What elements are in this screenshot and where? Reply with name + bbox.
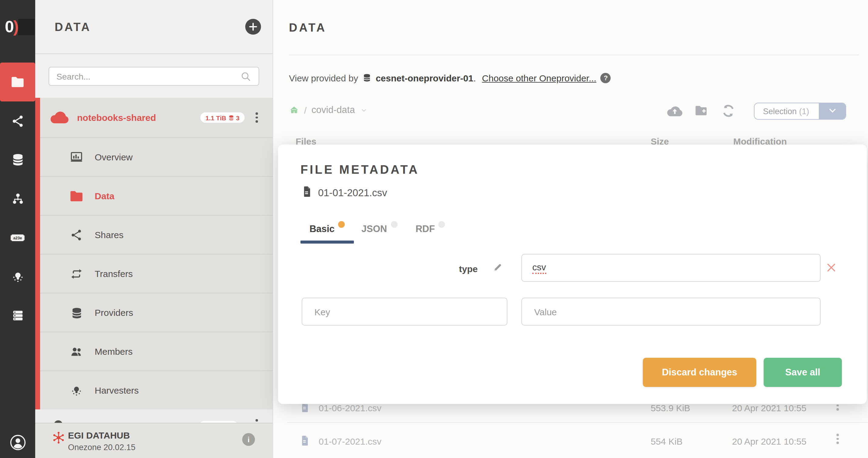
sidebar-item-harvesters[interactable]: Harvesters [35,371,273,409]
primary-nav-rail: 0) a23e [0,0,35,458]
folder-icon [10,75,25,90]
menu-label-overview: Overview [95,152,133,162]
harvester-icon [11,269,25,283]
rail-item-harvesters[interactable] [0,257,35,296]
user-avatar-icon [9,434,26,450]
rail-item-account[interactable] [0,431,35,453]
metadata-type-value: csv [532,262,546,274]
file-size: 554 KiB [651,436,683,447]
file-size: 553.9 KiB [651,403,690,413]
refresh-icon[interactable] [721,103,736,118]
add-space-button[interactable] [245,19,261,35]
breadcrumb-current-dir[interactable]: covid-data [311,105,355,115]
menu-label-members: Members [95,346,133,356]
cloud-space-icon [50,111,69,124]
space-menu-dots[interactable] [255,112,258,122]
active-space-accent-bar [35,98,40,409]
home-icon[interactable] [289,105,299,115]
selection-caret-segment[interactable] [819,103,845,119]
svg-text:a23e: a23e [13,236,22,240]
sidebar-item-members[interactable]: Members [35,332,273,371]
row-menu-dots[interactable] [836,434,839,444]
rail-item-shares[interactable] [0,102,35,140]
breadcrumb: / covid-data [289,105,368,115]
sidebar-item-shares[interactable]: Shares [35,215,273,254]
tab-rdf-status-dot [439,221,445,228]
tab-basic-status-dot [338,221,345,228]
selection-count: (1) [799,107,809,116]
rail-item-clusters[interactable] [0,296,35,335]
tab-json[interactable]: JSON [359,224,399,234]
edit-pencil-icon[interactable] [492,262,503,273]
menu-label-providers: Providers [95,307,133,318]
sidebar-item-overview[interactable]: Overview [35,137,273,176]
clusters-icon [11,308,25,322]
logo-text: 0) [5,17,18,37]
token-icon: a23e [10,230,26,245]
org-tree-icon [11,192,25,206]
remove-entry-icon[interactable] [826,262,836,273]
menu-label-data: Data [95,191,115,201]
selection-label: Selection(1) [763,107,809,116]
sidebar-footer: EGI DATAHUB Onezone 20.02.15 i [35,423,273,458]
members-icon [69,344,84,359]
rail-item-groups[interactable] [0,179,35,218]
sidebar-item-space[interactable]: notebooks-shared 1.1 TiB 3 [35,98,273,137]
file-icon [300,434,310,447]
rail-item-providers[interactable] [0,140,35,179]
new-key-input[interactable] [302,298,507,325]
space-usage-badge: 1.1 TiB 3 [200,112,245,123]
discard-changes-button[interactable]: Discard changes [643,358,756,387]
sidebar-item-providers[interactable]: Providers [35,293,273,332]
rail-item-tokens[interactable]: a23e [0,218,35,257]
upload-icon[interactable] [666,103,683,118]
folder-icon [69,189,84,203]
tab-rdf-label: RDF [415,224,435,234]
file-icon [302,185,313,199]
tab-rdf[interactable]: RDF [413,224,448,234]
menu-label-shares: Shares [95,230,124,240]
sidebar-item-transfers[interactable]: Transfers [35,254,273,293]
transfers-icon [69,267,84,281]
menu-label-harvesters: Harvesters [95,385,139,395]
database-icon [69,306,84,320]
tab-basic[interactable]: Basic [301,224,354,234]
sidebar-header: DATA [35,0,273,54]
mini-database-icon [228,114,234,121]
row-divider [287,422,868,423]
logo-paren: ) [13,18,18,36]
share-icon [11,114,25,128]
sidebar-item-next-space-partial[interactable] [35,409,273,423]
search-icon [240,71,251,82]
sidebar: DATA notebooks-shared 1.1 TiB [35,0,273,458]
tab-basic-label: Basic [310,224,335,234]
metadata-value-field[interactable]: csv [521,254,820,282]
sidebar-item-data[interactable]: Data [35,176,273,215]
tab-json-status-dot [391,221,397,228]
new-folder-icon[interactable] [694,104,709,118]
rail-item-data[interactable] [0,63,35,102]
onedata-logo[interactable]: 0) [0,17,35,38]
info-icon[interactable]: i [242,433,255,446]
app-window: 0) a23e [0,0,868,458]
modal-file-name: 01-01-2021.csv [318,187,387,199]
space-name: notebooks-shared [77,112,156,123]
search-input[interactable] [49,67,259,86]
space-menu-block: notebooks-shared 1.1 TiB 3 Overview [35,98,273,409]
save-all-button[interactable]: Save all [764,358,842,387]
space-size: 1.1 TiB [206,114,226,121]
selection-dropdown-button[interactable]: Selection(1) [754,103,846,120]
file-name: 01-07-2021.csv [319,436,381,447]
chevron-down-icon[interactable] [360,106,368,114]
space-icon-partial [54,420,63,423]
harvester-icon [69,383,84,398]
footer-brand: EGI DATAHUB [68,430,130,440]
logo-backdrop [18,19,35,35]
plus-icon [249,23,257,31]
selection-text: Selection [763,107,797,116]
new-value-input[interactable] [521,298,820,325]
file-metadata-modal: FILE METADATA 01-01-2021.csv Basic JSON … [278,145,867,404]
tab-json-label: JSON [362,224,387,234]
file-name: 01-06-2021.csv [319,403,381,413]
metadata-key-label: type [302,264,478,274]
